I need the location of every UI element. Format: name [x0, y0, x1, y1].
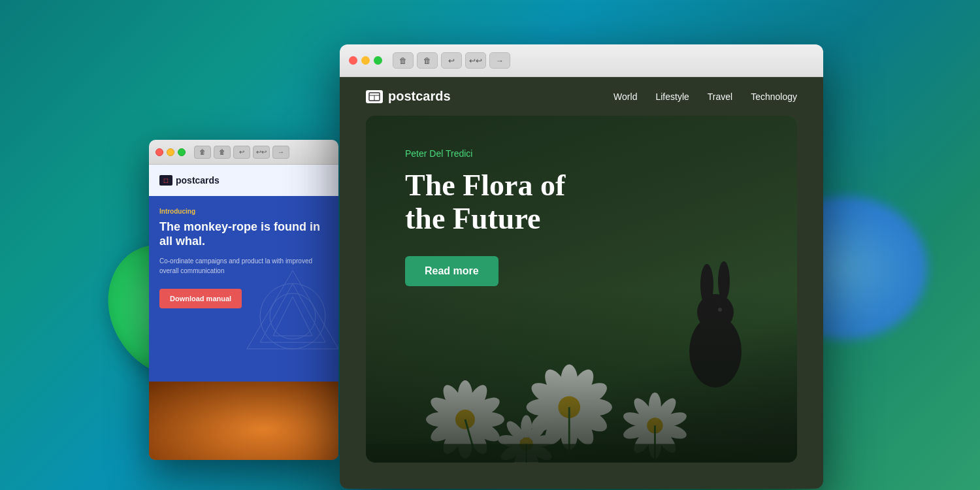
geometric-bg [240, 264, 338, 368]
front-trash-icon[interactable]: 🗑 [393, 52, 414, 69]
front-trash-x-icon[interactable]: 🗑 [417, 52, 438, 69]
front-traffic-light-yellow[interactable] [361, 56, 370, 65]
hero-text-block: Peter Del Tredici The Flora of the Futur… [405, 148, 565, 286]
nav-link-technology[interactable]: Technology [751, 91, 797, 102]
nav-link-travel[interactable]: Travel [708, 91, 732, 102]
reply-all-icon[interactable]: ↩↩ [253, 146, 270, 159]
front-traffic-light-red[interactable] [349, 56, 357, 65]
email-client-window: 🗑 🗑 ↩ ↩↩ → ⬚ postcards Introdu [149, 140, 338, 460]
postcards-logo-small: ⬚ postcards [159, 175, 220, 186]
front-reply-icon[interactable]: ↩ [441, 52, 462, 69]
email-body-section: Introducing The monkey-rope is found in … [149, 196, 338, 382]
forward-icon[interactable]: → [272, 146, 289, 159]
email-headline: The monkey-rope is found in all whal. [159, 220, 328, 248]
read-more-button[interactable]: Read more [405, 256, 498, 286]
window-titlebar-front: 🗑 🗑 ↩ ↩↩ → [340, 44, 823, 77]
download-manual-button[interactable]: Download manual [159, 289, 242, 308]
front-reply-all-icon[interactable]: ↩↩ [465, 52, 486, 69]
hero-gradient-overlay [366, 289, 797, 463]
svg-marker-2 [273, 297, 312, 336]
nav-link-world[interactable]: World [613, 91, 637, 102]
email-content: ⬚ postcards Introducing The monkey-rope … [149, 165, 338, 460]
postcards-brand-name-small: postcards [176, 175, 220, 186]
front-titlebar-icons: 🗑 🗑 ↩ ↩↩ → [393, 52, 510, 69]
postcards-icon-svg [368, 92, 380, 101]
postcards-icon-large [366, 90, 383, 103]
trash-x-icon[interactable]: 🗑 [214, 146, 231, 159]
email-introducing-label: Introducing [159, 208, 328, 215]
traffic-light-green[interactable] [178, 148, 186, 156]
titlebar-icons: 🗑 🗑 ↩ ↩↩ → [194, 146, 289, 159]
website-content: postcards World Lifestyle Travel Technol… [340, 77, 823, 489]
email-header: ⬚ postcards [149, 165, 338, 196]
hero-title-line1: The Flora of [405, 169, 565, 202]
postcards-icon-small: ⬚ [159, 175, 172, 186]
trash-icon[interactable]: 🗑 [194, 146, 211, 159]
hero-section: Peter Del Tredici The Flora of the Futur… [366, 116, 797, 463]
website-window: 🗑 🗑 ↩ ↩↩ → postcards World [340, 44, 823, 489]
nav-link-lifestyle[interactable]: Lifestyle [655, 91, 689, 102]
hero-title: The Flora of the Future [405, 169, 565, 235]
postcards-brand-name-large: postcards [388, 89, 451, 104]
email-image-section [149, 382, 338, 460]
postcards-logo-large: postcards [366, 89, 451, 104]
traffic-light-yellow[interactable] [167, 148, 174, 156]
front-traffic-light-green[interactable] [374, 56, 382, 65]
reply-icon[interactable]: ↩ [233, 146, 250, 159]
email-image-overlay [149, 382, 338, 460]
front-forward-icon[interactable]: → [489, 52, 510, 69]
window-titlebar-back: 🗑 🗑 ↩ ↩↩ → [149, 140, 338, 165]
website-nav: postcards World Lifestyle Travel Technol… [340, 77, 823, 116]
hero-author: Peter Del Tredici [405, 148, 565, 159]
svg-point-4 [270, 293, 316, 339]
nav-links: World Lifestyle Travel Technology [613, 91, 797, 102]
traffic-light-red[interactable] [155, 148, 163, 156]
hero-title-line2: the Future [405, 202, 540, 235]
